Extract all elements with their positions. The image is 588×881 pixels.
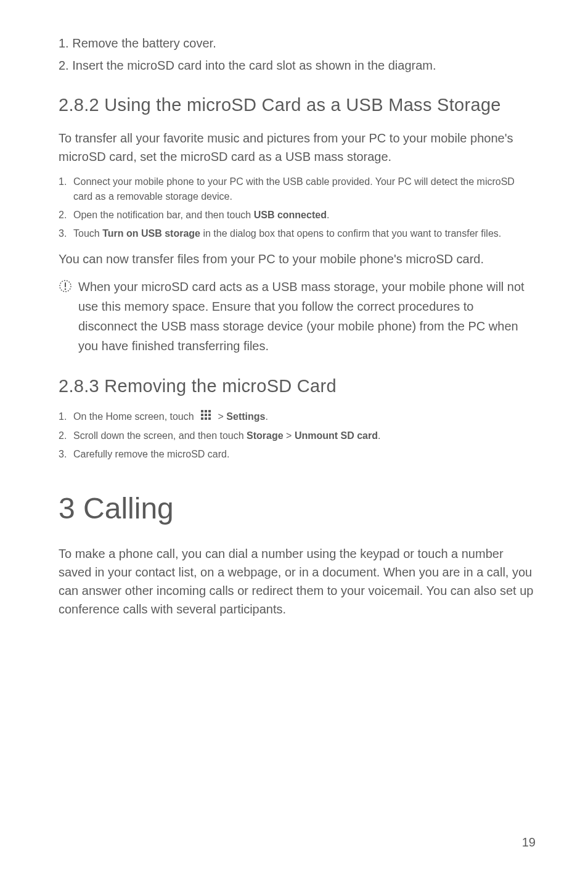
step-text: in the dialog box that opens to confirm … [200,228,501,239]
step-item: 1. Connect your mobile phone to your PC … [59,174,536,204]
svg-rect-10 [205,417,207,420]
chapter-heading-calling: 3 Calling [59,486,536,531]
svg-rect-6 [201,414,203,416]
step-text: . [378,430,380,441]
svg-rect-8 [208,414,211,416]
section-heading-usb-storage: 2.8.2 Using the microSD Card as a USB Ma… [59,92,536,119]
section-intro: To transfer all your favorite music and … [59,129,536,166]
step-text: > [284,430,295,441]
step-text: > [215,411,226,422]
svg-point-2 [65,288,67,290]
step-bold: Unmount SD card [295,430,378,441]
step-number: 1. [59,174,67,189]
warning-icon [59,279,72,297]
page-number: 19 [522,833,536,851]
step-number: 2. [59,208,67,223]
svg-rect-4 [205,410,207,412]
usb-steps-list: 1. Connect your mobile phone to your PC … [59,174,536,241]
step-item: 1. Remove the battery cover. [59,34,536,52]
intro-steps-list: 1. Remove the battery cover. 2. Insert t… [59,34,536,75]
step-bold: Storage [247,430,284,441]
apps-grid-icon [200,409,211,425]
step-bold: Turn on USB storage [102,228,200,239]
chapter-intro-para: To make a phone call, you can dial a num… [59,544,536,618]
svg-rect-11 [208,417,211,420]
step-item: 2. Scroll down the screen, and then touc… [59,428,536,443]
step-item: 1. On the Home screen, touch > Settings. [59,409,536,425]
svg-rect-7 [205,414,207,416]
svg-rect-3 [201,410,203,412]
step-item: 2. Open the notification bar, and then t… [59,208,536,223]
step-number: 2. [59,59,69,72]
step-number: 1. [59,36,69,50]
section-after-text: You can now transfer files from your PC … [59,250,536,268]
step-bold: Settings [226,411,265,422]
step-text: Open the notification bar, and then touc… [73,210,254,220]
step-item: 2. Insert the microSD card into the card… [59,56,536,75]
note-block: When your microSD card acts as a USB mas… [59,277,536,356]
step-text: Scroll down the screen, and then touch [73,430,247,441]
step-text: Remove the battery cover. [72,36,216,50]
svg-rect-9 [201,417,203,420]
remove-steps-list: 1. On the Home screen, touch > Settings.… [59,409,536,462]
section-heading-remove-sd: 2.8.3 Removing the microSD Card [59,373,536,400]
step-number: 1. [59,409,67,424]
step-text: Carefully remove the microSD card. [73,449,229,459]
step-item: 3. Carefully remove the microSD card. [59,447,536,462]
step-bold: USB connected [254,210,327,220]
step-text: Connect your mobile phone to your PC wit… [73,176,515,202]
step-text: . [327,210,329,220]
step-text: . [265,411,267,422]
step-text: Insert the microSD card into the card sl… [72,59,436,72]
step-number: 3. [59,226,67,241]
step-number: 2. [59,428,67,443]
step-text: On the Home screen, touch [73,411,197,422]
step-number: 3. [59,447,67,462]
step-text: Touch [73,228,102,239]
step-item: 3. Touch Turn on USB storage in the dial… [59,226,536,241]
svg-rect-1 [65,282,66,287]
svg-rect-5 [208,410,211,412]
note-text: When your microSD card acts as a USB mas… [78,277,536,356]
